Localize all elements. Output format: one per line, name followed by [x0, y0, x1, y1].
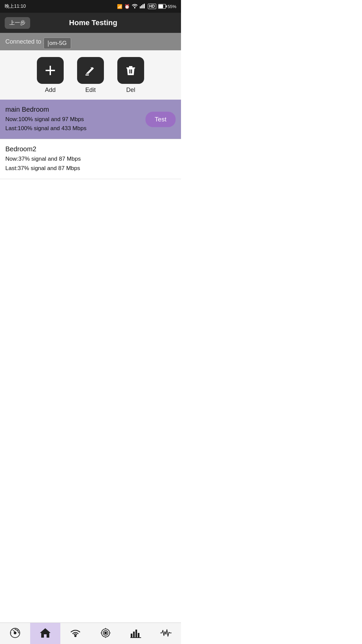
add-label: Add: [45, 87, 56, 94]
svg-rect-1: [140, 6, 141, 8]
location-now-2: Now:37% signal and 87 Mbps: [5, 154, 176, 163]
status-icons: 📶 ⏰ HD 55%: [117, 4, 176, 9]
hd-label: HD: [148, 4, 156, 9]
location-last-1: Last:100% signal and 433 Mbps: [5, 124, 145, 133]
page-title: Home Testing: [30, 18, 156, 27]
edit-label: Edit: [85, 87, 96, 94]
svg-rect-12: [129, 66, 132, 67]
test-button-1[interactable]: Test: [145, 112, 176, 127]
back-button[interactable]: 上一步: [5, 17, 30, 29]
signal-icon: [140, 4, 146, 9]
battery-icon: 55%: [158, 4, 176, 9]
svg-rect-9: [46, 70, 55, 71]
svg-rect-13: [129, 69, 130, 73]
edit-icon: [77, 57, 104, 84]
svg-rect-3: [142, 4, 143, 8]
edit-button[interactable]: Edit: [77, 57, 104, 94]
location-name-2: Bedroom2: [5, 145, 176, 153]
svg-rect-4: [144, 4, 145, 8]
svg-rect-11: [126, 67, 135, 68]
location-list: main Bedroom Now:100% signal and 97 Mbps…: [0, 100, 181, 179]
toolbar: Add Edit Del: [0, 50, 181, 100]
svg-rect-14: [131, 69, 132, 73]
location-info-1: main Bedroom Now:100% signal and 97 Mbps…: [5, 106, 145, 133]
bluetooth-icon: 📶: [117, 4, 122, 9]
status-bar: 晚上11:10 📶 ⏰ HD 55%: [0, 0, 181, 13]
del-label: Del: [126, 87, 135, 94]
status-time: 晚上11:10: [5, 3, 26, 9]
connected-cursor: [48, 41, 49, 47]
svg-rect-10: [85, 74, 89, 75]
location-now-1: Now:100% signal and 97 Mbps: [5, 115, 145, 124]
svg-rect-7: [166, 5, 167, 7]
connected-bar: Connected to : om-5G: [0, 33, 181, 50]
wifi-icon: [132, 4, 138, 9]
add-button[interactable]: Add: [37, 57, 64, 94]
location-last-2: Last:37% signal and 87 Mbps: [5, 164, 176, 173]
connected-dropdown[interactable]: om-5G: [44, 38, 71, 49]
navbar: 上一步 Home Testing: [0, 13, 181, 33]
connected-label: Connected to :: [5, 38, 45, 45]
svg-rect-6: [159, 5, 163, 8]
location-item-2[interactable]: Bedroom2 Now:37% signal and 87 Mbps Last…: [0, 139, 181, 179]
del-button[interactable]: Del: [117, 57, 144, 94]
location-item-1[interactable]: main Bedroom Now:100% signal and 97 Mbps…: [0, 100, 181, 139]
svg-rect-2: [141, 5, 142, 8]
del-icon: [117, 57, 144, 84]
add-icon: [37, 57, 64, 84]
location-info-2: Bedroom2 Now:37% signal and 87 Mbps Last…: [5, 145, 176, 172]
svg-point-0: [134, 7, 135, 8]
location-name-1: main Bedroom: [5, 106, 145, 113]
battery-percent: 55%: [168, 4, 176, 9]
connected-value: om-5G: [49, 40, 67, 46]
alarm-icon: ⏰: [124, 4, 130, 9]
